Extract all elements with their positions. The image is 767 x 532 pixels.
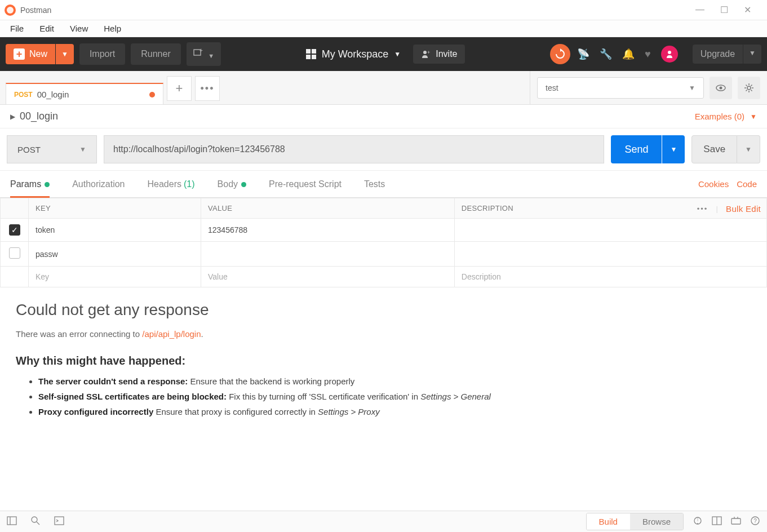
main-toolbar: +New ▼ Import Runner + ▼ My Workspace ▼ … — [0, 37, 767, 71]
http-method-label: POST — [17, 145, 41, 154]
find-icon[interactable] — [30, 516, 41, 528]
cookies-link[interactable]: Cookies — [698, 179, 729, 189]
new-window-button[interactable]: + ▼ — [187, 42, 221, 66]
error-url-link[interactable]: /api/api_lp/login — [142, 329, 201, 339]
request-tab[interactable]: POST 00_login — [6, 83, 163, 104]
avatar-icon — [665, 50, 674, 59]
body-indicator-icon — [241, 182, 246, 187]
invite-button[interactable]: + Invite — [413, 45, 465, 64]
import-button[interactable]: Import — [79, 43, 125, 65]
tab-body[interactable]: Body — [218, 171, 246, 197]
request-sub-tabs: Params Authorization Headers(1) Body Pre… — [0, 171, 767, 198]
menu-help[interactable]: Help — [96, 21, 129, 36]
tab-options-button[interactable]: ••• — [195, 76, 220, 101]
param-value-placeholder[interactable]: Value — [201, 267, 455, 287]
workspace-selector[interactable]: My Workspace ▼ — [299, 44, 408, 65]
tab-params[interactable]: Params — [10, 171, 50, 197]
new-button[interactable]: +New — [6, 44, 55, 64]
tab-authorization[interactable]: Authorization — [72, 171, 125, 197]
save-button[interactable]: Save — [691, 135, 737, 163]
table-options-icon[interactable]: ••• — [697, 204, 708, 212]
chevron-down-icon: ▼ — [750, 113, 757, 121]
bulk-edit-link[interactable]: Bulk Edit — [726, 203, 761, 213]
request-name[interactable]: 00_login — [20, 110, 58, 122]
wrench-icon[interactable]: 🔧 — [600, 48, 612, 60]
svg-point-11 — [32, 517, 37, 522]
table-row-new: Key Value Description — [1, 267, 767, 287]
examples-dropdown[interactable]: Examples (0) ▼ — [695, 112, 757, 121]
param-key-cell[interactable]: token — [29, 219, 201, 242]
param-desc-cell[interactable] — [454, 219, 766, 242]
status-bar: Build Browse ? — [0, 511, 767, 532]
browse-toggle[interactable]: Browse — [630, 513, 683, 530]
help-icon[interactable]: ? — [750, 516, 760, 528]
settings-button[interactable] — [738, 77, 760, 99]
svg-point-5 — [668, 51, 671, 54]
build-toggle[interactable]: Build — [587, 513, 630, 530]
environment-selector[interactable]: test ▼ — [537, 77, 704, 99]
upgrade-button[interactable]: Upgrade — [693, 45, 743, 64]
keyboard-shortcuts-icon[interactable] — [731, 516, 741, 528]
sync-button[interactable] — [550, 44, 570, 64]
bootcamp-icon[interactable] — [693, 516, 703, 528]
runner-button[interactable]: Runner — [131, 43, 180, 65]
row-checkbox[interactable] — [9, 247, 20, 259]
menu-edit[interactable]: Edit — [32, 21, 62, 36]
environment-label: test — [546, 83, 558, 92]
param-key-placeholder[interactable]: Key — [29, 267, 201, 287]
chevron-down-icon: ▼ — [689, 84, 695, 92]
response-error-intro: There was an error connecting to /api/ap… — [16, 329, 751, 339]
table-row: passw — [1, 242, 767, 267]
sidebar-toggle-icon[interactable] — [7, 516, 17, 528]
param-value-cell[interactable]: 123456788 — [201, 219, 455, 242]
upgrade-dropdown-caret[interactable]: ▼ — [743, 45, 761, 64]
checkbox-column-header — [1, 198, 29, 219]
bell-icon[interactable]: 🔔 — [622, 48, 635, 60]
new-dropdown-caret[interactable]: ▼ — [56, 44, 74, 64]
reasons-list: The server couldn't send a response: Ens… — [16, 376, 751, 416]
new-tab-button[interactable]: + — [167, 76, 192, 101]
param-key-cell[interactable]: passw — [29, 242, 201, 267]
send-button[interactable]: Send — [611, 135, 662, 163]
send-dropdown-caret[interactable]: ▼ — [662, 135, 685, 163]
maximize-icon[interactable]: ☐ — [720, 5, 728, 15]
new-button-label: New — [29, 49, 47, 59]
param-desc-placeholder[interactable]: Description — [454, 267, 766, 287]
row-checkbox[interactable]: ✓ — [9, 224, 20, 236]
tab-headers[interactable]: Headers(1) — [148, 171, 195, 197]
code-link[interactable]: Code — [737, 179, 757, 189]
examples-label: Examples (0) — [695, 112, 744, 121]
menu-view[interactable]: View — [62, 21, 96, 36]
key-column-header: KEY — [29, 198, 201, 219]
heart-icon[interactable]: ♥ — [645, 48, 651, 60]
http-method-selector[interactable]: POST ▼ — [7, 135, 97, 163]
svg-point-8 — [747, 86, 751, 90]
tab-pre-request-script[interactable]: Pre-request Script — [269, 171, 342, 197]
svg-point-0 — [7, 7, 14, 14]
minimize-icon[interactable]: — — [695, 5, 704, 15]
param-desc-cell[interactable] — [454, 242, 766, 267]
menu-file[interactable]: File — [2, 21, 32, 36]
svg-point-15 — [697, 523, 698, 524]
response-error-title: Could not get any response — [16, 301, 751, 319]
url-input[interactable] — [104, 135, 604, 163]
satellite-icon[interactable]: 📡 — [577, 48, 589, 60]
save-dropdown-caret[interactable]: ▼ — [737, 135, 760, 163]
headers-count: (1) — [184, 179, 195, 189]
workspace-label: My Workspace — [322, 48, 389, 60]
user-avatar[interactable] — [661, 46, 678, 63]
environment-preview-button[interactable] — [710, 77, 732, 99]
two-pane-icon[interactable] — [712, 516, 722, 528]
param-value-cell[interactable] — [201, 242, 455, 267]
title-bar: Postman — ☐ ✕ — [0, 0, 767, 20]
tab-title: 00_login — [37, 90, 69, 99]
sync-icon — [555, 48, 566, 60]
console-icon[interactable] — [54, 516, 64, 528]
collapse-toggle-icon[interactable]: ▶ — [10, 113, 15, 121]
close-icon[interactable]: ✕ — [744, 5, 751, 15]
params-indicator-icon — [45, 182, 50, 187]
svg-rect-13 — [55, 517, 64, 525]
value-column-header: VALUE — [201, 198, 455, 219]
tab-tests[interactable]: Tests — [364, 171, 385, 197]
response-area: Could not get any response There was an … — [0, 287, 767, 436]
